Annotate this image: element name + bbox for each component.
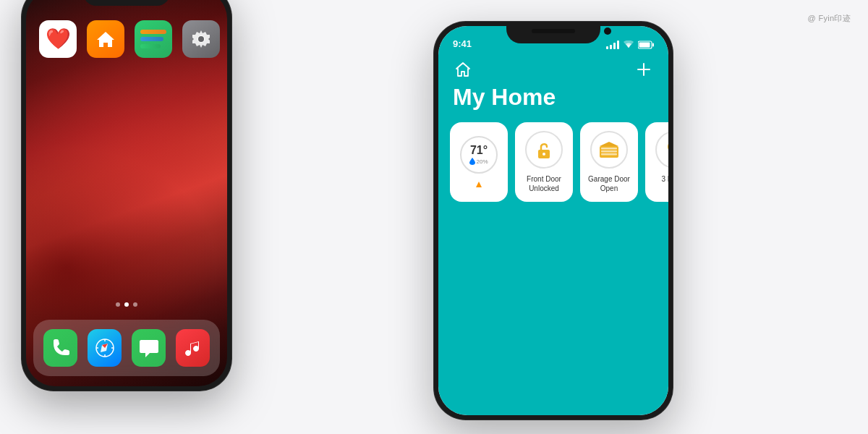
svg-marker-14 — [476, 182, 482, 187]
lock-open-icon — [534, 140, 554, 160]
svg-rect-20 — [601, 153, 617, 156]
home-app-icon[interactable]: Home — [87, 20, 124, 58]
lights-tile[interactable]: 3 Lights On — [645, 122, 668, 202]
device-tiles: 71° 20% — [438, 122, 668, 202]
safari-app-icon[interactable] — [88, 329, 122, 367]
svg-rect-19 — [601, 150, 617, 153]
music-app-icon[interactable] — [176, 329, 210, 367]
home-nav-icon[interactable] — [453, 59, 473, 80]
status-time: 9:41 — [453, 38, 472, 49]
bar-1 — [606, 46, 608, 49]
messages-app-icon[interactable] — [132, 329, 166, 367]
thermostat-temp: 71° — [470, 145, 488, 156]
compass-icon — [94, 337, 116, 359]
up-arrow-icon — [475, 181, 482, 188]
svg-point-1 — [198, 36, 204, 42]
bar-4 — [617, 41, 619, 49]
message-bubble-icon — [138, 337, 160, 359]
house-outline-icon — [455, 61, 471, 77]
right-phone-frame: 9:41 — [434, 22, 673, 420]
bulb-icon — [665, 139, 668, 161]
left-phone-screen: ❤️ Health Home — [26, 0, 227, 386]
garage-icon — [598, 140, 620, 159]
settings-app-icon[interactable]: Settings — [182, 20, 220, 58]
add-button[interactable] — [634, 59, 654, 80]
signal-icon — [606, 41, 619, 49]
music-note-icon — [183, 338, 203, 358]
front-door-tile[interactable]: Front Door Unlocked — [515, 122, 573, 202]
dot-3 — [133, 302, 137, 307]
wifi-icon — [623, 41, 634, 49]
right-phone-screen: 9:41 — [438, 26, 668, 415]
home-header — [438, 52, 668, 80]
health-app-icon[interactable]: ❤️ Health — [39, 20, 77, 58]
dot-1 — [116, 302, 120, 307]
svg-rect-18 — [601, 148, 617, 150]
thermostat-display: 71° 20% — [460, 136, 498, 174]
left-phone-frame: ❤️ Health Home — [22, 0, 231, 391]
front-door-circle — [525, 131, 563, 169]
bar-3 — [613, 43, 616, 49]
front-camera — [604, 27, 611, 35]
top-app-row: ❤️ Health Home — [39, 20, 220, 58]
gear-icon — [191, 29, 211, 49]
battery-icon — [638, 41, 654, 49]
humidity-value: 20% — [476, 158, 488, 165]
phone-app-icon[interactable] — [43, 329, 77, 367]
svg-rect-10 — [652, 43, 654, 47]
plus-icon — [637, 62, 651, 77]
right-phone: 9:41 — [434, 22, 687, 427]
garage-door-label: Garage Door Open — [588, 174, 630, 193]
dock — [33, 320, 220, 376]
garage-door-tile[interactable]: Garage Door Open — [580, 122, 638, 202]
thermostat-humidity: 20% — [469, 158, 488, 165]
page-dots — [116, 302, 137, 307]
garage-door-circle — [590, 131, 628, 169]
phone-icon — [51, 338, 71, 358]
home-svg-icon — [95, 28, 116, 50]
wallpaper: ❤️ Health Home — [26, 0, 227, 386]
dot-2 — [124, 302, 129, 307]
home-app-content: My Home 71° 20% — [438, 52, 668, 415]
watermark: @ Fyin印迹 — [808, 13, 851, 24]
front-door-label: Front Door Unlocked — [527, 174, 561, 193]
svg-point-16 — [542, 153, 545, 156]
left-phone: ❤️ Health Home — [22, 0, 246, 398]
heart-icon: ❤️ — [46, 29, 71, 49]
speaker-notch — [532, 29, 575, 33]
bar-2 — [610, 45, 612, 49]
droplet-icon — [469, 158, 475, 165]
lights-circle — [655, 131, 668, 169]
svg-rect-11 — [639, 43, 650, 48]
wallet-app-icon[interactable]: Wallet — [135, 20, 172, 58]
status-icons — [606, 41, 654, 49]
thermostat-tile[interactable]: 71° 20% — [450, 122, 508, 202]
lights-label: 3 Lights On — [661, 174, 668, 193]
temp-arrow — [475, 181, 482, 188]
home-app-title: My Home — [438, 80, 668, 122]
